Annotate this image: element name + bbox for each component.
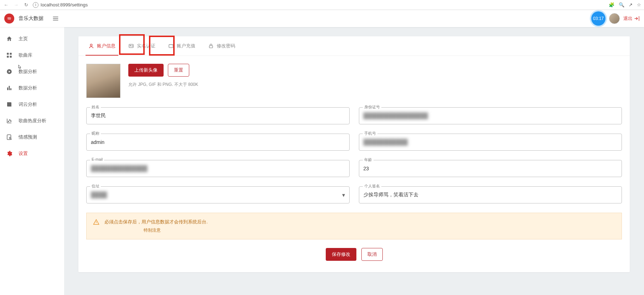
reset-avatar-button[interactable]: 重置 <box>168 64 189 77</box>
field-signature[interactable]: 个人签名 <box>359 186 622 203</box>
sidebar-item-label: 数据分析 <box>19 68 37 75</box>
bar-chart-icon <box>6 84 13 92</box>
field-label: 昵称 <box>90 131 101 136</box>
email-value: ██████████████ <box>91 165 148 172</box>
svg-rect-3 <box>7 56 9 58</box>
field-name[interactable]: 姓名 <box>86 107 350 124</box>
logout-link[interactable]: 退出 <box>623 15 640 22</box>
main: 账户信息 实名认证 账户充值 修改密码 <box>64 27 644 295</box>
back-icon[interactable]: ← <box>3 2 9 7</box>
tab-label: 账户信息 <box>97 43 115 49</box>
field-label: 姓名 <box>90 104 101 110</box>
sidebar-item-emotion[interactable]: 情感预测 <box>0 129 64 145</box>
field-label: 个人签名 <box>363 183 381 189</box>
nickname-input[interactable] <box>91 139 345 145</box>
address-bar[interactable]: i localhost:8999/settings <box>33 2 88 8</box>
name-input[interactable] <box>91 113 345 119</box>
field-nickname[interactable]: 昵称 <box>86 134 350 151</box>
search-doc-icon <box>6 134 13 141</box>
app-title: 音乐大数据 <box>19 15 43 22</box>
app-bar: 音乐大数据 03:17 退出 <box>0 10 644 27</box>
sidebar-item-label: 情感预测 <box>19 134 37 140</box>
field-label: 身份证号 <box>363 104 381 110</box>
svg-rect-6 <box>7 88 8 90</box>
field-label: 住址 <box>90 183 101 189</box>
svg-rect-18 <box>209 46 212 48</box>
refresh-icon[interactable]: ↻ <box>23 2 29 7</box>
age-input[interactable] <box>364 166 618 171</box>
timer-badge[interactable]: 03:17 <box>591 11 606 26</box>
logout-label: 退出 <box>623 15 633 22</box>
zoom-icon[interactable]: 🔍 <box>619 2 624 7</box>
form-content: 上传新头像 重置 允许 JPG, GIF 和 PNG. 不大于 800K 姓名 … <box>78 56 630 272</box>
field-label: 手机号 <box>363 131 377 136</box>
address-value: ████ <box>91 192 107 198</box>
avatar-hint: 允许 JPG, GIF 和 PNG. 不大于 800K <box>128 82 198 88</box>
menu-toggle[interactable] <box>51 14 61 24</box>
sidebar-item-label: 歌曲库 <box>19 52 32 58</box>
sidebar-item-wordcloud[interactable]: 词云分析 <box>0 96 64 113</box>
avatar-large <box>86 64 120 98</box>
field-address[interactable]: 住址 ████ ▾ <box>86 186 350 203</box>
sidebar-item-settings[interactable]: 设置 <box>0 145 64 162</box>
signature-input[interactable] <box>364 192 618 198</box>
upload-avatar-button[interactable]: 上传新头像 <box>128 64 164 77</box>
chevron-down-icon: ▾ <box>342 192 345 198</box>
extensions-icon[interactable]: 🧩 <box>609 2 614 7</box>
book-icon <box>6 101 13 108</box>
app-logo <box>4 14 14 24</box>
home-icon <box>6 35 13 42</box>
sidebar-item-home[interactable]: 主页 <box>0 31 64 47</box>
avatar-small[interactable] <box>609 13 620 24</box>
annotation-box-realname <box>119 34 145 55</box>
phone-value: ███████████ <box>364 139 408 145</box>
sidebar: 主页 歌曲库 数据分析 数据分析 词云分析 歌曲热度分析 情感预测 设置 <box>0 27 64 295</box>
sidebar-item-songs[interactable]: 歌曲库 <box>0 47 64 63</box>
svg-point-13 <box>9 137 11 139</box>
settings-card: 账户信息 实名认证 账户充值 修改密码 <box>78 36 630 272</box>
field-email[interactable]: E-mail ██████████████ <box>86 160 350 177</box>
svg-rect-7 <box>9 86 10 90</box>
field-idno[interactable]: 身份证号 ████████████████ <box>359 107 622 124</box>
sidebar-item-analysis-2[interactable]: 数据分析 <box>0 80 64 96</box>
svg-point-9 <box>8 121 9 121</box>
tab-account-info[interactable]: 账户信息 <box>82 36 122 56</box>
svg-rect-1 <box>7 53 9 55</box>
button-label: 上传新头像 <box>134 67 158 73</box>
sidebar-item-label: 数据分析 <box>19 85 37 91</box>
tab-password[interactable]: 修改密码 <box>202 36 242 56</box>
sidebar-item-label: 歌曲热度分析 <box>19 118 46 124</box>
sidebar-item-analysis-1[interactable]: 数据分析 <box>0 63 64 80</box>
grid-icon <box>6 52 13 59</box>
idno-value: ████████████████ <box>364 113 428 119</box>
save-warning-alert: 必须点击保存后，用户信息数据才会传到系统后台. 特别注意 <box>86 213 622 239</box>
tab-label: 修改密码 <box>217 43 235 49</box>
alert-line-2: 特别注意 <box>104 227 208 233</box>
warning-icon <box>93 219 99 233</box>
svg-point-11 <box>10 121 11 121</box>
share-icon[interactable]: ↗ <box>629 2 633 7</box>
tabs: 账户信息 实名认证 账户充值 修改密码 <box>78 36 630 56</box>
field-label: E-mail <box>90 157 104 161</box>
bookmark-icon[interactable]: ☆ <box>637 2 641 7</box>
info-icon: i <box>33 2 38 8</box>
url-text: localhost:8999/settings <box>41 2 88 7</box>
button-label: 重置 <box>174 67 183 73</box>
field-phone[interactable]: 手机号 ███████████ <box>359 134 622 151</box>
svg-rect-2 <box>10 53 12 55</box>
gear-icon <box>6 150 13 157</box>
annotation-box-recharge <box>149 36 175 56</box>
svg-rect-8 <box>10 88 11 90</box>
browser-bar: ← → ↻ i localhost:8999/settings 🧩 🔍 ↗ ☆ <box>0 0 644 10</box>
svg-rect-4 <box>10 56 12 58</box>
sidebar-item-hot[interactable]: 歌曲热度分析 <box>0 113 64 129</box>
forward-icon[interactable]: → <box>13 2 19 7</box>
cancel-button[interactable]: 取消 <box>361 248 383 261</box>
field-age[interactable]: 年龄 <box>359 160 622 177</box>
sidebar-item-label: 设置 <box>19 150 28 157</box>
save-button[interactable]: 保存修改 <box>326 248 356 261</box>
field-label: 年龄 <box>363 157 373 162</box>
svg-point-14 <box>90 44 92 46</box>
user-circle-icon <box>88 43 94 49</box>
svg-point-10 <box>9 120 10 120</box>
